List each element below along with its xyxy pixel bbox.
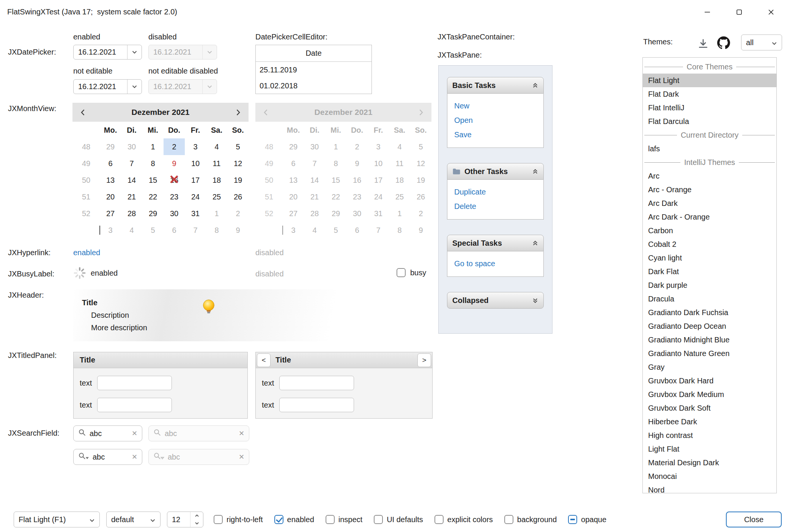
theme-list-item[interactable]: Flat Darcula [643,115,776,128]
expand-chevron-icon[interactable] [532,297,538,304]
taskpane-link[interactable]: Delete [447,199,543,213]
taskpane-link[interactable]: Save [447,127,543,142]
hyperlink-enabled[interactable]: enabled [73,248,100,257]
theme-list-item[interactable]: Material Design Dark [643,456,776,469]
spinner-value[interactable]: 12 [167,512,190,527]
theme-list-item[interactable]: Light Flat [643,442,776,456]
searchfield-menu-enabled[interactable]: abc ✕ [73,449,142,465]
calendar-day[interactable]: 4 [121,222,142,239]
theme-list-item[interactable]: Arc - Orange [643,183,776,196]
calendar-day[interactable]: 30 [164,205,185,222]
checkbox-icon[interactable] [326,515,335,524]
clear-icon[interactable]: ✕ [132,429,137,438]
clear-icon[interactable]: ✕ [132,453,137,461]
calendar-day[interactable]: 2 [227,205,249,222]
calendar-day[interactable]: 10 [185,155,206,172]
toolbar-checkbox-explicit-colors[interactable]: explicit colors [434,515,493,524]
font-size-spinner[interactable]: 12 [167,512,203,527]
theme-list-item[interactable]: Nord [643,483,776,493]
calendar-day[interactable]: 24 [185,188,206,205]
theme-list-item[interactable]: Gradianto Midnight Blue [643,333,776,347]
busy-checkbox[interactable]: busy [397,268,426,277]
collapse-chevron-icon[interactable] [532,82,538,89]
checkbox-icon[interactable] [274,515,283,524]
theme-list-item[interactable]: Dracula [643,292,776,306]
calendar-day[interactable]: 2 [164,138,185,155]
calendar-day[interactable]: 15 [142,172,164,188]
theme-list-item[interactable]: Cyan light [643,251,776,265]
calendar-day[interactable]: 4 [206,138,227,155]
calendar-day[interactable]: 1 [206,205,227,222]
chevron-down-icon[interactable] [127,45,142,59]
maximize-button[interactable] [723,0,755,24]
taskpane-link[interactable]: New [447,99,543,113]
datepicker-enabled[interactable]: 16.12.2021 [73,45,142,60]
chevron-down-icon[interactable] [127,80,142,94]
theme-list-item[interactable]: Gradianto Dark Fuchsia [643,306,776,319]
theme-list-item[interactable]: lafs [643,142,776,155]
theme-list-item[interactable]: Gruvbox Dark Hard [643,374,776,388]
theme-list-item[interactable]: Hiberbee Dark [643,415,776,428]
calendar-day[interactable]: 29 [100,138,121,155]
taskpane-header[interactable]: Collapsed [447,292,544,309]
themes-list[interactable]: Core ThemesFlat LightFlat DarkFlat Intel… [642,57,777,493]
taskpane-header[interactable]: Special Tasks [447,235,544,251]
theme-list-item[interactable]: Flat Light [643,74,776,87]
theme-list-item[interactable]: High contrast [643,428,776,442]
calendar-day[interactable]: 30 [121,138,142,155]
theme-list-item[interactable]: Monocai [643,469,776,483]
titledpanel-next-button[interactable]: > [417,353,431,367]
spinner-up-button[interactable] [190,512,203,519]
checkbox-icon[interactable] [504,515,513,524]
theme-list-item[interactable]: Dark purple [643,278,776,292]
theme-list-item[interactable]: Cobalt 2 [643,237,776,251]
calendar-day[interactable]: 1 [142,138,164,155]
calendar-day[interactable]: 23 [164,188,185,205]
datepicker-noteditable[interactable]: 16.12.2021 [73,79,142,94]
minimize-button[interactable] [691,0,723,24]
theme-list-item[interactable]: Flat Dark [643,87,776,101]
toolbar-checkbox-ui-defaults[interactable]: UI defaults [374,515,423,524]
toolbar-checkbox-inspect[interactable]: inspect [326,515,362,524]
theme-list-item[interactable]: Dark Flat [643,265,776,278]
close-window-button[interactable] [755,0,787,24]
theme-list-item[interactable]: Gradianto Deep Ocean [643,319,776,333]
theme-list-item[interactable]: Arc [643,169,776,183]
search-input[interactable]: abc [93,453,128,461]
taskpane-header[interactable]: Basic Tasks [447,77,544,94]
calendar-day[interactable]: 11 [206,155,227,172]
calendar-day[interactable]: 7 [121,155,142,172]
calendar-day[interactable]: 17 [185,172,206,188]
checkbox-icon[interactable] [214,515,223,524]
calendar-day[interactable]: 18 [206,172,227,188]
toolbar-checkbox-background[interactable]: background [504,515,557,524]
toolbar-checkbox-enabled[interactable]: enabled [274,515,314,524]
toolbar-checkbox-opaque[interactable]: opaque [568,515,606,524]
font-combo[interactable]: default [106,512,161,527]
collapse-chevron-icon[interactable] [532,240,538,246]
calendar-day[interactable]: 21 [121,188,142,205]
calendar-day[interactable]: 6 [164,222,185,239]
taskpane-link[interactable]: Duplicate [447,185,543,199]
calendar-day[interactable]: 5 [227,138,249,155]
calendar-day[interactable]: 28 [121,205,142,222]
theme-list-item[interactable]: Gruvbox Dark Medium [643,388,776,401]
text-input[interactable] [97,398,172,412]
calendar-day[interactable]: 9 [227,222,249,239]
table-column-header[interactable]: Date [256,45,371,62]
checkbox-icon[interactable] [568,515,577,524]
theme-list-item[interactable]: Gradianto Nature Green [643,347,776,360]
text-input[interactable] [279,398,354,412]
calendar-day[interactable]: 9 [164,155,185,172]
calendar-day[interactable]: 7 [185,222,206,239]
theme-list-item[interactable]: Arc Dark - Orange [643,210,776,224]
calendar-day[interactable]: 8 [142,155,164,172]
calendar-day[interactable]: 8 [206,222,227,239]
theme-list-item[interactable]: Gray [643,360,776,374]
text-input[interactable] [279,376,354,390]
checkbox-icon[interactable] [434,515,444,524]
spinner-down-button[interactable] [190,519,203,527]
laf-combo[interactable]: Flat Light (F1) [14,512,100,527]
theme-list-item[interactable]: Flat IntelliJ [643,101,776,115]
calendar-day[interactable]: 26 [227,188,249,205]
